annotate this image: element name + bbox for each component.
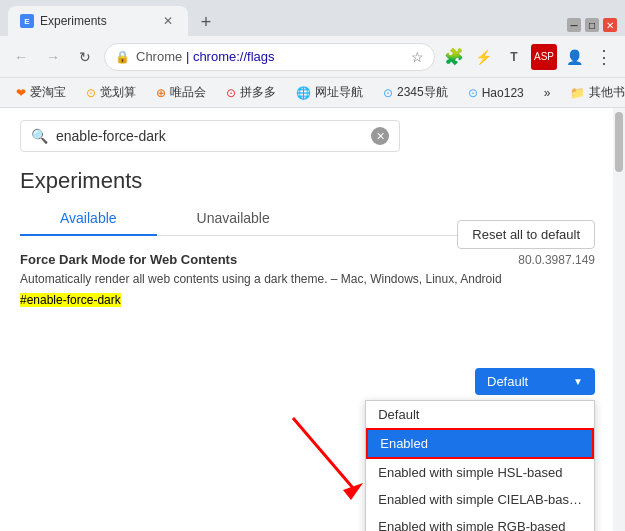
url-text: Chrome | chrome://flags <box>136 49 405 64</box>
bookmark-pinduoduo-icon: ⊙ <box>226 86 236 100</box>
minimize-button[interactable]: ─ <box>567 18 581 32</box>
tab-favicon: E <box>20 14 34 28</box>
tab-available[interactable]: Available <box>20 202 157 236</box>
dropdown-option-hsl[interactable]: Enabled with simple HSL-based <box>366 459 594 486</box>
bookmark-wangzhi[interactable]: 🌐 网址导航 <box>288 82 371 103</box>
reload-button[interactable]: ↻ <box>72 44 98 70</box>
page-title: Experiments <box>20 168 595 194</box>
version-text: 80.0.3987.149 <box>518 253 595 267</box>
search-input[interactable] <box>56 128 363 144</box>
toolbar-right: 🧩 ⚡ T ASP 👤 ⋮ <box>441 44 617 70</box>
page-inner: 🔍 ✕ Reset all to default Experiments 80.… <box>0 108 625 331</box>
bookmark-juhua[interactable]: ⊙ 觉划算 <box>78 82 144 103</box>
search-clear-button[interactable]: ✕ <box>371 127 389 145</box>
new-tab-button[interactable]: + <box>192 8 220 36</box>
bookmark-2345-icon: ⊙ <box>383 86 393 100</box>
translate-icon[interactable]: T <box>501 44 527 70</box>
address-bar[interactable]: 🔒 Chrome | chrome://flags ☆ <box>104 43 435 71</box>
toolbar: ← → ↻ 🔒 Chrome | chrome://flags ☆ 🧩 ⚡ T … <box>0 36 625 78</box>
dropdown-current-value: Default <box>487 374 528 389</box>
dropdown-option-default[interactable]: Default <box>366 401 594 428</box>
bookmark-vip-label: 唯品会 <box>170 84 206 101</box>
flag-entry: Force Dark Mode for Web Contents Automat… <box>20 252 595 307</box>
user-icon[interactable]: 👤 <box>561 44 587 70</box>
bookmark-folder-label: 其他书签 <box>589 84 625 101</box>
bookmark-pinduoduo[interactable]: ⊙ 拼多多 <box>218 82 284 103</box>
close-window-button[interactable]: ✕ <box>603 18 617 32</box>
bookmark-taobao[interactable]: ❤ 爱淘宝 <box>8 82 74 103</box>
search-icon: 🔍 <box>31 128 48 144</box>
bookmarks-bar: ❤ 爱淘宝 ⊙ 觉划算 ⊕ 唯品会 ⊙ 拼多多 🌐 网址导航 ⊙ 2345导航 … <box>0 78 625 108</box>
bookmark-hao123-icon: ⊙ <box>468 86 478 100</box>
more-bookmarks-icon: » <box>544 86 551 100</box>
dropdown-option-cielab[interactable]: Enabled with simple CIELAB-bas… <box>366 486 594 513</box>
svg-marker-1 <box>343 483 363 500</box>
maximize-button[interactable]: □ <box>585 18 599 32</box>
bookmark-wangzhi-label: 网址导航 <box>315 84 363 101</box>
bookmark-vip[interactable]: ⊕ 唯品会 <box>148 82 214 103</box>
svg-line-0 <box>293 418 353 488</box>
bookmark-taobao-icon: ❤ <box>16 86 26 100</box>
flash-icon[interactable]: ⚡ <box>471 44 497 70</box>
bookmark-juhua-icon: ⊙ <box>86 86 96 100</box>
search-bar: 🔍 ✕ <box>20 120 400 152</box>
dropdown-option-rgb[interactable]: Enabled with simple RGB-based <box>366 513 594 531</box>
folder-icon: 📁 <box>570 86 585 100</box>
reset-all-button[interactable]: Reset all to default <box>457 220 595 249</box>
url-separator: | <box>186 49 193 64</box>
lock-icon: 🔒 <box>115 50 130 64</box>
active-tab[interactable]: E Experiments ✕ <box>8 6 188 36</box>
scrollbar-track[interactable] <box>613 108 625 531</box>
dropdown-arrow-icon: ▼ <box>573 376 583 387</box>
dropdown-trigger[interactable]: Default ▼ <box>475 368 595 395</box>
url-path: chrome://flags <box>193 49 275 64</box>
dropdown-option-enabled[interactable]: Enabled <box>366 428 594 459</box>
browser-frame: E Experiments ✕ + ─ □ ✕ ← → ↻ 🔒 Chrome |… <box>0 0 625 531</box>
bookmark-taobao-label: 爱淘宝 <box>30 84 66 101</box>
bookmark-vip-icon: ⊕ <box>156 86 166 100</box>
tab-bar: E Experiments ✕ + ─ □ ✕ <box>0 0 625 36</box>
back-button[interactable]: ← <box>8 44 34 70</box>
asp-badge[interactable]: ASP <box>531 44 557 70</box>
tab-title: Experiments <box>40 14 154 28</box>
bookmark-pinduoduo-label: 拼多多 <box>240 84 276 101</box>
flag-name: Force Dark Mode for Web Contents <box>20 252 595 267</box>
forward-button[interactable]: → <box>40 44 66 70</box>
page-content: 🔍 ✕ Reset all to default Experiments 80.… <box>0 108 625 531</box>
flag-description: Automatically render all web contents us… <box>20 271 595 288</box>
bookmark-wangzhi-icon: 🌐 <box>296 86 311 100</box>
dropdown-container: Default ▼ Default Enabled Enabled with s… <box>475 368 595 395</box>
tab-unavailable[interactable]: Unavailable <box>157 202 310 236</box>
flag-hashtag[interactable]: #enable-force-dark <box>20 293 121 307</box>
bookmark-2345[interactable]: ⊙ 2345导航 <box>375 82 456 103</box>
bookmark-hao123[interactable]: ⊙ Hao123 <box>460 84 532 102</box>
favicon-img: E <box>20 14 34 28</box>
scrollbar-thumb[interactable] <box>615 112 623 172</box>
tab-close-button[interactable]: ✕ <box>160 13 176 29</box>
bookmark-juhua-label: 觉划算 <box>100 84 136 101</box>
bookmark-folder[interactable]: 📁 其他书签 <box>562 82 625 103</box>
extensions-icon[interactable]: 🧩 <box>441 44 467 70</box>
bookmark-2345-label: 2345导航 <box>397 84 448 101</box>
bookmark-hao123-label: Hao123 <box>482 86 524 100</box>
url-chrome-part: Chrome <box>136 49 182 64</box>
bookmark-more[interactable]: » <box>536 84 559 102</box>
dropdown-menu: Default Enabled Enabled with simple HSL-… <box>365 400 595 531</box>
menu-icon[interactable]: ⋮ <box>591 44 617 70</box>
star-icon[interactable]: ☆ <box>411 49 424 65</box>
